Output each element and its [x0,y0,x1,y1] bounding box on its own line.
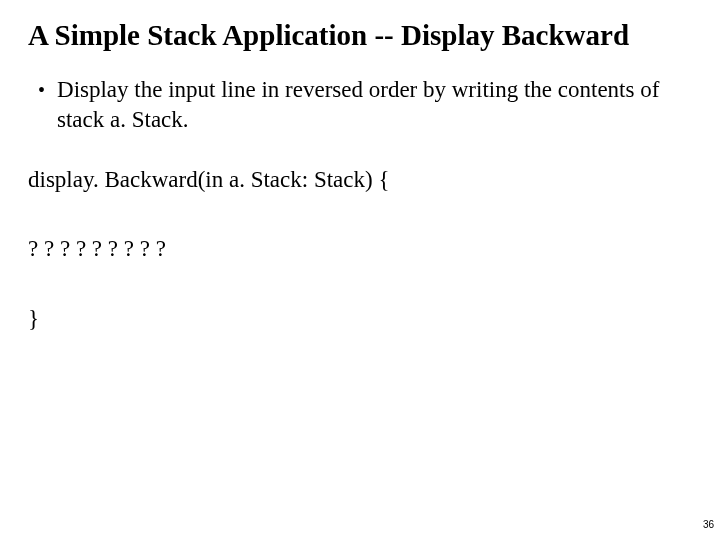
code-line-signature: display. Backward(in a. Stack: Stack) { [28,165,692,195]
code-line-close: } [28,304,692,334]
bullet-item: • Display the input line in reversed ord… [38,75,692,135]
page-number: 36 [703,519,714,530]
code-line-body: ? ? ? ? ? ? ? ? ? [28,234,692,264]
slide: A Simple Stack Application -- Display Ba… [0,0,720,540]
bullet-dot-icon: • [38,77,45,103]
slide-title: A Simple Stack Application -- Display Ba… [28,18,692,53]
bullet-text: Display the input line in reversed order… [57,75,667,135]
